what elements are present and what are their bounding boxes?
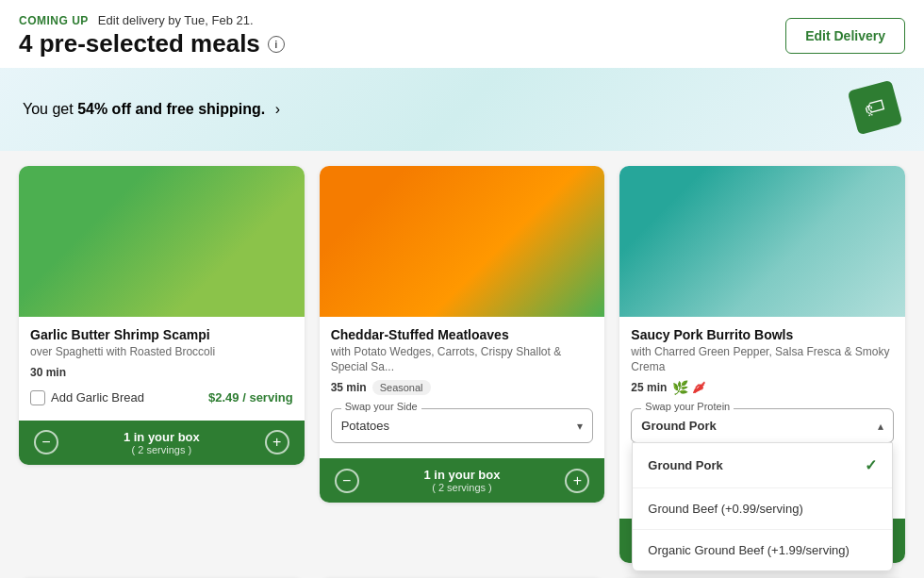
pre-selected-count: 4 pre-selected meals (19, 29, 260, 58)
meal-subtitle-meatloaf: with Potato Wedges, Carrots, Crispy Shal… (331, 345, 594, 374)
box-center-shrimp: 1 in your box ( 2 servings ) (124, 430, 200, 455)
card-meatloaf: Cheddar-Stuffed Meatloaves with Potato W… (320, 166, 605, 563)
box-label-meatloaf: 1 in your box (424, 468, 501, 482)
meal-time-burrito: 25 min 🌿 🌶 (631, 380, 894, 395)
swap-group-burrito: Swap your Protein Ground Pork ▴ Ground P… (631, 408, 894, 443)
pre-selected-title: 4 pre-selected meals i (19, 29, 285, 58)
coming-up-label: COMING UP (19, 14, 89, 27)
promo-text-start: You get (23, 101, 77, 117)
meal-card-shrimp: Garlic Butter Shrimp Scampi over Spaghet… (19, 166, 305, 465)
top-bar: COMING UP Edit delivery by Tue, Feb 21. … (0, 0, 924, 68)
swap-protein-wrapper: Ground Pork ▴ (632, 409, 893, 442)
meal-time-value-shrimp: 30 min (30, 366, 66, 379)
meal-image-meatloaf (320, 166, 605, 317)
meals-grid: Garlic Butter Shrimp Scampi over Spaghet… (0, 151, 924, 563)
dropdown-item-ground-beef[interactable]: Ground Beef (+0.99/serving) (633, 488, 892, 530)
card-shrimp: Garlic Butter Shrimp Scampi over Spaghet… (19, 166, 305, 563)
protein-dropdown: Ground Pork ✓ Ground Beef (+0.99/serving… (632, 442, 893, 571)
addon-checkbox-shrimp[interactable] (30, 390, 45, 405)
top-left: COMING UP Edit delivery by Tue, Feb 21. … (19, 13, 285, 58)
swap-group-meatloaf: Swap your Side Potatoes ▾ (331, 408, 594, 443)
swap-protein-chevron: ▴ (878, 420, 883, 433)
promo-text: You get 54% off and free shipping. › (23, 101, 280, 118)
meal-time-value-burrito: 25 min (631, 381, 667, 394)
meal-image-burrito (619, 166, 905, 317)
minus-button-meatloaf[interactable]: − (335, 469, 359, 493)
coming-up-row: COMING UP Edit delivery by Tue, Feb 21. (19, 13, 285, 27)
coming-up-text: Edit delivery by Tue, Feb 21. (98, 13, 254, 27)
promo-tag: 🏷 (852, 85, 901, 134)
promo-arrow: › (275, 101, 280, 117)
leaf-icon: 🌿 (672, 380, 688, 395)
addon-price-shrimp: $2.49 / serving (208, 390, 293, 405)
meal-subtitle-burrito: with Charred Green Pepper, Salsa Fresca … (631, 345, 894, 374)
addon-left: Add Garlic Bread (30, 390, 144, 405)
meal-body-burrito: Saucy Pork Burrito Bowls with Charred Gr… (619, 317, 905, 395)
seasonal-badge: Seasonal (372, 380, 431, 395)
swap-section-burrito: Swap your Protein Ground Pork ▴ Ground P… (619, 395, 905, 451)
dropdown-item-ground-pork[interactable]: Ground Pork ✓ (633, 443, 892, 488)
meal-badges: 🌿 🌶 (672, 380, 705, 395)
dropdown-item-organic-beef[interactable]: Organic Ground Beef (+1.99/serving) (633, 530, 892, 570)
box-sub-meatloaf: ( 2 servings ) (424, 482, 501, 493)
addon-row-shrimp: Add Garlic Bread $2.49 / serving (19, 383, 305, 413)
meal-title-shrimp: Garlic Butter Shrimp Scampi (30, 326, 293, 343)
meal-body-shrimp: Garlic Butter Shrimp Scampi over Spaghet… (19, 317, 305, 379)
minus-button-shrimp[interactable]: − (34, 430, 58, 454)
box-sub-shrimp: ( 2 servings ) (124, 444, 200, 455)
meal-body-meatloaf: Cheddar-Stuffed Meatloaves with Potato W… (320, 317, 605, 395)
chili-icon: 🌶 (692, 380, 705, 395)
swap-side-select[interactable]: Potatoes (332, 409, 593, 442)
box-center-meatloaf: 1 in your box ( 2 servings ) (424, 468, 501, 493)
meal-title-meatloaf: Cheddar-Stuffed Meatloaves (331, 326, 594, 343)
check-icon-ground-pork: ✓ (865, 456, 877, 474)
tag-icon: 🏷 (848, 80, 903, 136)
swap-section-meatloaf: Swap your Side Potatoes ▾ (320, 395, 605, 451)
dropdown-item-label-ground-beef: Ground Beef (+0.99/serving) (648, 502, 802, 516)
dropdown-item-label-organic-beef: Organic Ground Beef (+1.99/serving) (648, 543, 850, 557)
swap-select-wrapper-meatloaf: Potatoes ▾ (332, 409, 593, 442)
info-icon[interactable]: i (268, 36, 285, 53)
promo-discount: 54% off and free shipping. (77, 101, 265, 117)
card-burrito: Saucy Pork Burrito Bowls with Charred Gr… (619, 166, 905, 563)
meal-card-meatloaf: Cheddar-Stuffed Meatloaves with Potato W… (320, 166, 605, 503)
plus-button-meatloaf[interactable]: + (565, 469, 589, 493)
meal-image-shrimp (19, 166, 305, 317)
meal-time-shrimp: 30 min (30, 366, 293, 379)
meal-card-burrito: Saucy Pork Burrito Bowls with Charred Gr… (619, 166, 905, 563)
meal-time-value-meatloaf: 35 min (331, 381, 367, 394)
meal-title-burrito: Saucy Pork Burrito Bowls (631, 326, 894, 343)
promo-banner: You get 54% off and free shipping. › 🏷 (0, 68, 924, 151)
meal-subtitle-shrimp: over Spaghetti with Roasted Broccoli (30, 345, 293, 360)
dropdown-item-label-ground-pork: Ground Pork (648, 458, 722, 472)
plus-button-shrimp[interactable]: + (265, 430, 289, 454)
box-button-meatloaf[interactable]: − 1 in your box ( 2 servings ) + (320, 458, 605, 503)
edit-delivery-button[interactable]: Edit Delivery (785, 18, 905, 54)
addon-label-shrimp: Add Garlic Bread (51, 390, 144, 405)
meal-time-meatloaf: 35 min Seasonal (331, 380, 594, 395)
box-button-shrimp[interactable]: − 1 in your box ( 2 servings ) + (19, 421, 305, 465)
box-label-shrimp: 1 in your box (124, 430, 200, 444)
swap-protein-display[interactable]: Ground Pork (632, 409, 893, 442)
